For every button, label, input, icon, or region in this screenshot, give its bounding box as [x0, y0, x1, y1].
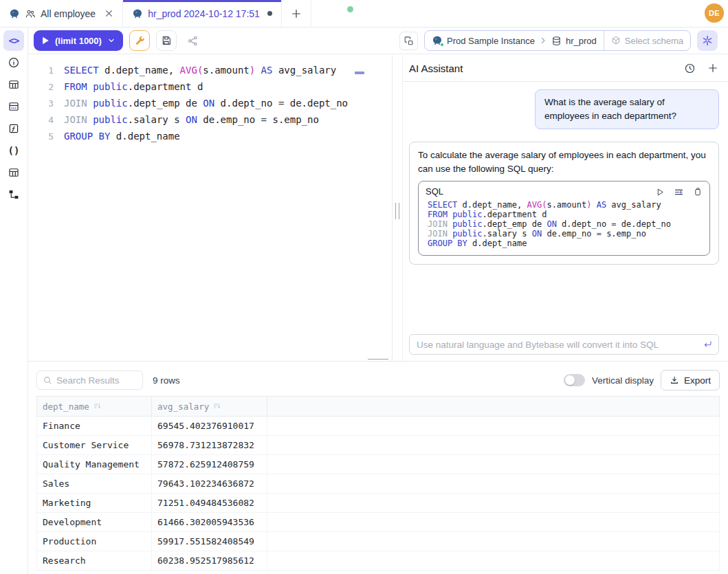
table-cell-filler	[267, 513, 719, 531]
history-clock-icon[interactable]	[684, 63, 696, 74]
share-icon	[187, 35, 199, 47]
table-cell[interactable]: 56978.731213872832	[152, 436, 267, 454]
editor-line[interactable]: 5GROUP BY d.dept_name	[28, 128, 392, 144]
table-cell[interactable]: Marketing	[37, 494, 152, 512]
search-results-box[interactable]	[36, 371, 143, 390]
run-query-button[interactable]: (limit 1000)	[34, 30, 123, 51]
postgres-icon	[9, 8, 20, 19]
export-button[interactable]: Export	[661, 370, 720, 390]
table-cell[interactable]: Quality Management	[37, 455, 152, 474]
connection-breadcrumb: Prod Sample Instance hr_prod Select sche…	[424, 30, 691, 51]
return-enter-icon[interactable]	[703, 339, 713, 349]
sidebar-item-info-icon[interactable]	[3, 52, 24, 73]
download-icon	[670, 375, 679, 385]
table-cell-filler	[267, 436, 719, 454]
table-cell-filler	[267, 494, 719, 512]
editor-line[interactable]: 2FROM public.department d	[28, 78, 392, 95]
code-line: JOIN public.dept_emp de ON d.dept_no = d…	[54, 98, 348, 109]
table-cell[interactable]: 79643.102234636872	[152, 474, 267, 493]
code-line: FROM public.department d	[54, 81, 203, 92]
tab-hr-prod[interactable]: hr_prod 2024-10-12 17:51	[123, 0, 282, 27]
new-chat-plus-icon[interactable]	[707, 63, 718, 74]
vertical-panel-resizer[interactable]	[395, 203, 399, 219]
table-cell[interactable]: 69545.402376910017	[152, 417, 267, 435]
editor-line[interactable]: 4JOIN public.salary s ON de.emp_no = s.e…	[28, 111, 392, 128]
table-row[interactable]: Finance69545.402376910017	[37, 417, 719, 436]
play-icon[interactable]	[656, 188, 665, 197]
chevron-right-icon	[539, 36, 547, 45]
results-panel: 9 rows Vertical display Export dept_name…	[28, 362, 728, 574]
table-cell[interactable]: 61466.302005943536	[152, 513, 267, 531]
avatar[interactable]: DE	[705, 3, 724, 23]
format-wrench-button[interactable]	[129, 30, 150, 51]
code-line: GROUP BY d.dept_name	[428, 239, 703, 248]
table-cell[interactable]: Production	[37, 532, 152, 551]
column-header-dept-name[interactable]: dept_name	[37, 397, 152, 416]
group-icon	[25, 8, 36, 19]
ai-input-wrap	[409, 334, 719, 355]
table-cell[interactable]: 57872.625912408759	[152, 455, 267, 474]
editor-line[interactable]: 3JOIN public.dept_emp de ON d.dept_no = …	[28, 95, 392, 111]
share-button[interactable]	[183, 30, 203, 51]
table-cell-filler	[267, 551, 719, 570]
table-cell[interactable]: Development	[37, 513, 152, 531]
code-line: JOIN public.dept_emp de ON d.dept_no = d…	[428, 219, 703, 229]
code-line: JOIN public.salary s ON de.emp_no = s.em…	[54, 114, 319, 125]
postgres-icon	[432, 35, 443, 46]
insert-into-editor-icon[interactable]	[674, 187, 684, 197]
sidebar-item-tables-icon[interactable]	[3, 74, 24, 95]
search-icon	[43, 375, 52, 385]
ai-assistant-header: AI Assistant	[403, 55, 728, 82]
table-row[interactable]: Quality Management57872.625912408759	[37, 455, 719, 474]
editor-line[interactable]: 1SELECT d.dept_name, AVG(s.amount) AS av…	[28, 62, 392, 78]
sidebar-item-schema-diagram-icon[interactable]	[3, 184, 24, 205]
table-cell[interactable]: Sales	[37, 474, 152, 493]
sidebar-item-function-icon[interactable]	[3, 118, 24, 139]
table-row[interactable]: Development61466.302005943536	[37, 513, 719, 532]
ai-assistant-toggle-button[interactable]	[697, 30, 718, 51]
table-row[interactable]: Production59917.551582408549	[37, 532, 719, 551]
tab-label: All employee	[41, 8, 96, 19]
table-row[interactable]: Research60238.952517985612	[37, 551, 719, 571]
sort-icon[interactable]	[93, 402, 102, 410]
ai-assistant-panel: AI Assistant What is the average salary …	[402, 55, 728, 361]
table-cell[interactable]: Finance	[37, 417, 152, 435]
table-row[interactable]: Marketing71251.049484536082	[37, 494, 719, 513]
vertical-display-toggle[interactable]	[564, 374, 585, 386]
close-icon[interactable]	[104, 9, 113, 18]
sidebar-item-table-alt-icon[interactable]	[3, 162, 24, 183]
tab-label: hr_prod 2024-10-12 17:51	[148, 8, 260, 19]
database-icon	[551, 36, 562, 46]
sql-editor[interactable]: 1SELECT d.dept_name, AVG(s.amount) AS av…	[28, 55, 393, 361]
ai-prompt-input[interactable]	[409, 334, 719, 355]
table-cell[interactable]: 59917.551582408549	[152, 532, 267, 551]
code-language-label: SQL	[426, 185, 443, 199]
search-results-input[interactable]	[56, 375, 137, 386]
sidebar-item-worksheet-code-icon[interactable]: <>	[3, 30, 24, 51]
postgres-icon	[132, 8, 143, 19]
change-connection-button[interactable]	[399, 32, 418, 50]
table-row[interactable]: Sales79643.102234636872	[37, 474, 719, 494]
table-cell[interactable]: 60238.952517985612	[152, 551, 267, 570]
sidebar-item-brackets-icon[interactable]: ()	[3, 140, 24, 161]
sidebar-item-sheet-data-icon[interactable]	[3, 96, 24, 117]
column-header-avg-salary[interactable]: avg_salary	[152, 397, 267, 416]
sort-icon[interactable]	[213, 402, 221, 410]
save-icon	[161, 35, 172, 46]
tab-bar: All employee hr_prod 2024-10-12 17:51 DE	[0, 0, 728, 27]
table-row[interactable]: Customer Service56978.731213872832	[37, 436, 719, 455]
column-header-filler	[267, 397, 719, 416]
user-message: What is the average salary of employees …	[535, 89, 719, 129]
copy-icon[interactable]	[693, 187, 703, 197]
editor-toolbar: (limit 1000) Prod Sample Instance hr_pro…	[28, 27, 728, 54]
ai-code-lines: SELECT d.dept_name, AVG(s.amount) AS avg…	[426, 200, 703, 248]
select-schema-button[interactable]: Select schema	[604, 31, 690, 50]
tab-all-employee[interactable]: All employee	[0, 0, 123, 27]
table-cell[interactable]: Research	[37, 551, 152, 570]
table-cell[interactable]: Customer Service	[37, 436, 152, 454]
openai-icon	[701, 34, 714, 47]
save-button[interactable]	[156, 30, 177, 51]
instance-database-selector[interactable]: Prod Sample Instance hr_prod	[425, 31, 604, 50]
table-cell[interactable]: 71251.049484536082	[152, 494, 267, 512]
new-tab-button[interactable]	[282, 0, 311, 27]
